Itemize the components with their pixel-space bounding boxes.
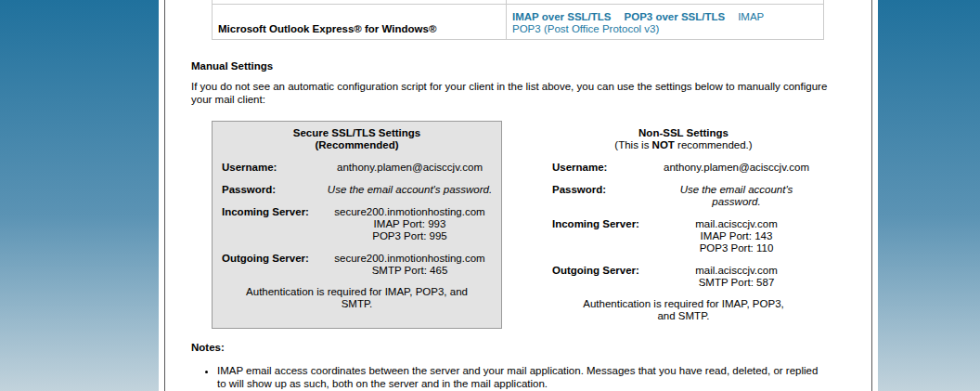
notes-list: IMAP email access coordinates between th… (191, 364, 845, 390)
subtitle-not: NOT (652, 139, 675, 150)
client-name-cell: Microsoft Outlook Express® for Windows® (213, 5, 507, 40)
password-value: Use the email account's password. (656, 184, 824, 208)
ssl-settings-box: Secure SSL/TLS Settings (Recommended) Us… (212, 121, 502, 329)
password-label: Password: (213, 184, 326, 196)
nonssl-password-row: Password: Use the email account's passwo… (543, 184, 824, 208)
content-panel: POP3 (Post Office Protocol v3) Microsoft… (159, 0, 878, 391)
outgoing-server-value: mail.acisccjv.com SMTP Port: 587 (656, 265, 824, 289)
smtp-port: SMTP Port: 465 (326, 265, 494, 277)
ssl-box-subtitle: (Recommended) (213, 139, 501, 151)
imap-over-ssl-link[interactable]: IMAP over SSL/TLS (512, 11, 612, 22)
incoming-server-label: Incoming Server: (213, 206, 326, 242)
outgoing-host: secure200.inmotionhosting.com (326, 253, 494, 265)
pop3-over-ssl-link[interactable]: POP3 over SSL/TLS (625, 11, 726, 22)
incoming-host: secure200.inmotionhosting.com (326, 206, 494, 218)
ssl-outgoing-row: Outgoing Server: secure200.inmotionhosti… (213, 253, 501, 277)
outgoing-host: mail.acisccjv.com (656, 265, 817, 277)
username-value: anthony.plamen@acisccjv.com (656, 162, 824, 174)
incoming-host: mail.acisccjv.com (656, 218, 817, 230)
outgoing-server-label: Outgoing Server: (213, 253, 326, 277)
ssl-incoming-row: Incoming Server: secure200.inmotionhosti… (213, 206, 501, 242)
nonssl-box-title: Non-SSL Settings (543, 127, 824, 139)
imap-port: IMAP Port: 993 (326, 218, 494, 230)
smtp-port: SMTP Port: 587 (656, 277, 817, 289)
incoming-server-value: secure200.inmotionhosting.com IMAP Port:… (326, 206, 501, 242)
protocols-cell: IMAP over SSL/TLSPOP3 over SSL/TLSIMAP P… (507, 5, 824, 40)
ssl-auth-note: Authentication is required for IMAP, POP… (213, 286, 501, 310)
manual-settings-heading: Manual Settings (191, 60, 845, 72)
table-row-outlook-express: Microsoft Outlook Express® for Windows® … (213, 5, 824, 40)
notes-heading: Notes: (191, 342, 845, 353)
nonssl-auth-note: Authentication is required for IMAP, POP… (543, 298, 824, 322)
incoming-server-value: mail.acisccjv.com IMAP Port: 143 POP3 Po… (656, 218, 824, 254)
imap-port: IMAP Port: 143 (656, 230, 817, 242)
username-label: Username: (213, 162, 326, 174)
incoming-server-label: Incoming Server: (543, 218, 656, 254)
pop3-link[interactable]: POP3 (Post Office Protocol v3) (512, 23, 659, 34)
username-label: Username: (543, 162, 656, 174)
nonssl-incoming-row: Incoming Server: mail.acisccjv.com IMAP … (543, 218, 824, 254)
ssl-password-row: Password: Use the email account's passwo… (213, 184, 501, 196)
subtitle-post: recommended.) (675, 139, 753, 150)
content-panel-inner: POP3 (Post Office Protocol v3) Microsoft… (164, 0, 872, 391)
mail-client-setup-page: { "page": { "background_top_color": "#20… (0, 0, 980, 391)
imap-link[interactable]: IMAP (738, 11, 764, 22)
note-imap-bullet: IMAP email access coordinates between th… (217, 364, 822, 390)
nonssl-box-subtitle: (This is NOT recommended.) (543, 139, 824, 151)
outgoing-server-label: Outgoing Server: (543, 265, 656, 289)
pop3-port: POP3 Port: 995 (326, 230, 494, 242)
ssl-username-row: Username: anthony.plamen@acisccjv.com (213, 162, 501, 174)
ssl-box-title: Secure SSL/TLS Settings (213, 127, 501, 139)
nonssl-outgoing-row: Outgoing Server: mail.acisccjv.com SMTP … (543, 265, 824, 289)
manual-settings-intro: If you do not see an automatic configura… (191, 80, 843, 106)
password-value: Use the email account's password. (326, 184, 501, 196)
subtitle-pre: (This is (614, 139, 651, 150)
nonssl-settings-box: Non-SSL Settings (This is NOT recommende… (543, 121, 824, 329)
username-value: anthony.plamen@acisccjv.com (326, 162, 501, 174)
nonssl-username-row: Username: anthony.plamen@acisccjv.com (543, 162, 824, 174)
password-label: Password: (543, 184, 656, 208)
pop3-port: POP3 Port: 110 (656, 242, 817, 254)
outgoing-server-value: secure200.inmotionhosting.com SMTP Port:… (326, 253, 501, 277)
settings-columns: Secure SSL/TLS Settings (Recommended) Us… (191, 121, 845, 329)
mail-client-table: POP3 (Post Office Protocol v3) Microsoft… (212, 0, 824, 40)
